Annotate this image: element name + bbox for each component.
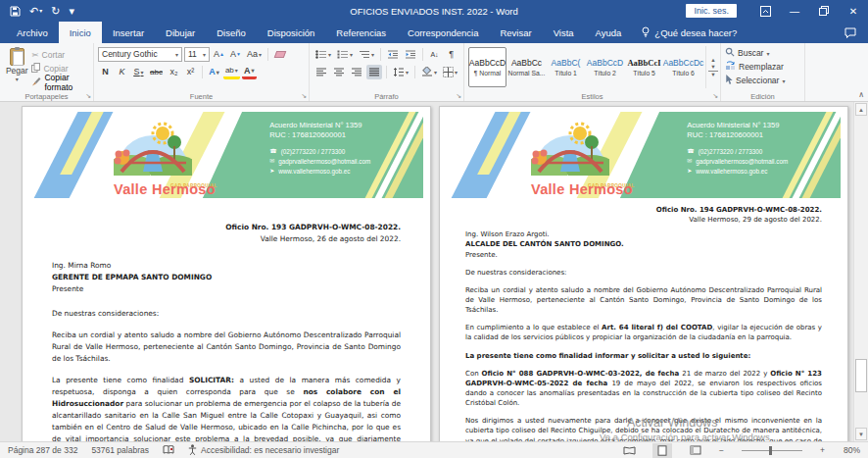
grow-font-button[interactable]: A▲: [212, 47, 226, 62]
letter-paragraph[interactable]: En cumplimiento a lo que establece el Ar…: [465, 323, 822, 342]
zoom-out-button[interactable]: −: [719, 445, 724, 455]
zoom-level[interactable]: 80%: [839, 445, 860, 455]
style-titulo-6[interactable]: AaBbCcDcTítulo 6: [664, 47, 702, 87]
styles-more-icon[interactable]: ▼: [708, 71, 718, 77]
tell-me-box[interactable]: ¿Qué desea hacer?: [632, 22, 747, 43]
bullets-button[interactable]: ▾: [313, 47, 333, 62]
strikethrough-button[interactable]: abc: [148, 65, 165, 79]
tab-archivo[interactable]: Archivo: [6, 22, 59, 43]
letter-paragraph[interactable]: Con Oficio N° 088 GADPRVH-O-WMC-03-2022,…: [465, 369, 822, 409]
subscript-button[interactable]: x₂: [167, 65, 181, 79]
replace-button[interactable]: Reemplazar: [725, 60, 800, 74]
style-titulo-5[interactable]: AaBbCcITítulo 5: [625, 47, 663, 87]
styles-dialog-launcher[interactable]: ↘: [712, 92, 718, 100]
tab-correspondencia[interactable]: Correspondencia: [397, 22, 489, 43]
italic-button[interactable]: K: [115, 65, 129, 79]
tab-diseno[interactable]: Diseño: [206, 22, 257, 43]
tab-ayuda[interactable]: Ayuda: [585, 22, 633, 43]
format-painter-button[interactable]: Copiar formato: [29, 76, 89, 88]
tab-disposicion[interactable]: Disposición: [257, 22, 326, 43]
align-center-button[interactable]: [331, 65, 347, 79]
select-button[interactable]: Seleccionar▾: [725, 74, 800, 87]
font-color-button[interactable]: A▾: [242, 65, 257, 79]
minimize-button[interactable]: —: [780, 0, 809, 22]
shading-button[interactable]: ▾: [419, 65, 439, 79]
scroll-up-icon[interactable]: ▲: [855, 103, 867, 116]
page-count[interactable]: Página 287 de 332: [8, 445, 77, 455]
highlight-color-button[interactable]: ab▾: [223, 65, 240, 79]
scrollbar-thumb[interactable]: [855, 359, 867, 392]
find-button[interactable]: Buscar▾: [725, 46, 800, 60]
cut-button[interactable]: ✂ Cortar: [29, 48, 89, 61]
style-titulo-1[interactable]: AaBbC(Título 1: [547, 47, 585, 87]
collapse-ribbon-icon[interactable]: ∧: [858, 90, 864, 99]
align-right-button[interactable]: [349, 65, 364, 79]
read-mode-button[interactable]: [619, 443, 639, 458]
font-size-combo[interactable]: 11▾: [184, 47, 210, 62]
redo-icon[interactable]: ↻: [51, 6, 60, 17]
underline-button[interactable]: S▾: [131, 65, 146, 79]
style-titulo-2[interactable]: AaBbCcDTítulo 2: [586, 47, 624, 87]
tab-insertar[interactable]: Insertar: [102, 22, 155, 43]
ribbon-display-options-icon[interactable]: [750, 0, 780, 22]
styles-scroll-down-icon[interactable]: ▼: [708, 64, 718, 70]
tab-revisar[interactable]: Revisar: [489, 22, 542, 43]
salutation[interactable]: De nuestras consideraciones:: [465, 268, 822, 278]
shrink-font-button[interactable]: A▼: [228, 47, 243, 62]
print-layout-button[interactable]: [652, 443, 672, 458]
save-icon[interactable]: [10, 6, 21, 17]
zoom-slider[interactable]: [742, 450, 802, 451]
restore-button[interactable]: [809, 0, 839, 22]
tab-vista[interactable]: Vista: [543, 22, 585, 43]
style-normal[interactable]: AaBbCcD¶ Normal: [468, 47, 506, 87]
clear-formatting-button[interactable]: [272, 47, 287, 62]
justify-button[interactable]: [366, 65, 382, 79]
tab-referencias[interactable]: Referencias: [325, 22, 397, 43]
letter-paragraph[interactable]: La presente tiene como finalidad informa…: [465, 351, 822, 361]
styles-scroll-up-icon[interactable]: ▲: [708, 57, 718, 63]
letter-paragraph[interactable]: Reciba un cordial y atento saludo a nomb…: [52, 330, 401, 365]
zoom-in-button[interactable]: +: [820, 445, 825, 455]
oficio-date[interactable]: Valle Hermoso, 29 de agosto del 2022.: [465, 215, 822, 225]
scroll-down-icon[interactable]: ▼: [855, 428, 867, 440]
align-left-button[interactable]: [313, 65, 329, 79]
change-case-button[interactable]: Aa▾: [245, 47, 264, 62]
sort-button[interactable]: A↓: [427, 47, 442, 62]
letter-paragraph[interactable]: Reciba un cordial y atento saludo a nomb…: [465, 285, 822, 315]
close-button[interactable]: ✕: [839, 0, 868, 22]
letter-paragraph[interactable]: La presente tiene como finalidad SOLICIT…: [52, 375, 401, 441]
web-layout-button[interactable]: [686, 443, 705, 458]
oficio-number[interactable]: Oficio Nro. 193 GADPRVH-O-WMC-08-2022.: [52, 222, 401, 233]
proofing-icon[interactable]: [163, 445, 174, 455]
word-count[interactable]: 53761 palabras: [91, 445, 149, 455]
recipient-block[interactable]: Ing. Mirna Romo GERENTE DE EPMAPA SANTO …: [52, 260, 401, 295]
show-marks-button[interactable]: ¶: [444, 47, 458, 62]
borders-button[interactable]: ▾: [441, 65, 459, 79]
decrease-indent-button[interactable]: [385, 47, 401, 62]
bold-button[interactable]: N: [98, 65, 113, 79]
numbering-button[interactable]: ▾: [335, 47, 355, 62]
zoom-slider-thumb[interactable]: [769, 446, 772, 455]
paragraph-dialog-launcher[interactable]: ↘: [456, 92, 461, 100]
font-dialog-launcher[interactable]: ↘: [301, 92, 307, 100]
page-2[interactable]: Acuerdo Ministerial N° 1359 RUC : 176812…: [439, 106, 848, 441]
undo-icon[interactable]: ↶▾: [29, 6, 42, 17]
paste-button[interactable]: Pegar ▾: [4, 46, 29, 88]
comments-icon[interactable]: [833, 22, 868, 43]
customize-qat-icon[interactable]: ▾: [69, 6, 74, 17]
text-effects-button[interactable]: A▾: [207, 65, 221, 79]
vertical-scrollbar[interactable]: ▲ ▼: [853, 102, 868, 441]
multilevel-list-button[interactable]: ▾: [357, 47, 376, 62]
tab-inicio[interactable]: Inicio: [59, 22, 102, 43]
page-1[interactable]: Acuerdo Ministerial N° 1359 RUC : 176812…: [22, 106, 431, 441]
oficio-number[interactable]: Oficio Nro. 194 GADPRVH-O-WMC-08-2022.: [465, 205, 822, 215]
sign-in-button[interactable]: Inic. ses.: [686, 4, 737, 18]
accessibility-status[interactable]: Accesibilidad: es necesario investigar: [188, 444, 339, 457]
line-spacing-button[interactable]: ▾: [391, 65, 410, 79]
superscript-button[interactable]: x²: [183, 65, 198, 79]
salutation[interactable]: De nuestras consideraciones:: [52, 308, 401, 320]
recipient-block[interactable]: Ing. Wilson Erazo Argoti. ALCALDE DEL CA…: [465, 229, 822, 259]
style-normal-sa[interactable]: AaBbCcNormal Sa...: [507, 47, 546, 87]
tab-dibujar[interactable]: Dibujar: [155, 22, 206, 43]
increase-indent-button[interactable]: [403, 47, 418, 62]
